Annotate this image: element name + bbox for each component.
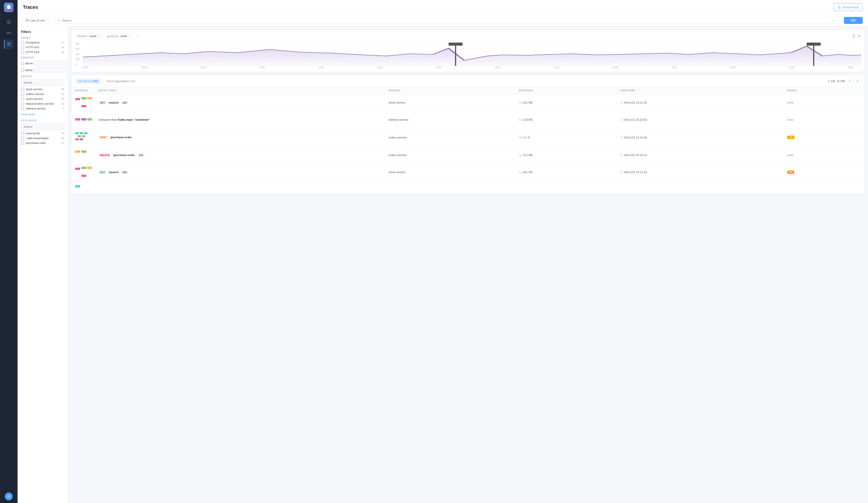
filter-users-service[interactable]: users-service 45	[21, 97, 64, 101]
svg-text:Mongo: Mongo	[76, 168, 79, 169]
filter-orders-service[interactable]: orders-service 54	[21, 92, 64, 96]
timestamp-cell-4: 04/11/21 15:10:14	[617, 147, 784, 164]
tab-all-traces-count: (196)	[92, 79, 98, 83]
duration-below-input[interactable]	[34, 67, 68, 73]
sidebar-item-traces[interactable]	[4, 40, 13, 49]
service-cell-5: stock-service	[385, 164, 516, 181]
filter-http4xx-checkbox[interactable]	[21, 46, 24, 49]
duration-below-checkbox[interactable]	[21, 69, 24, 72]
filter-well-known-jwks-checkbox[interactable]	[21, 137, 24, 140]
issues-cell-1: none	[784, 94, 864, 111]
graph-container: 800 600 400 200 0	[75, 42, 861, 69]
filter-exceptions[interactable]: Exceptions 57	[21, 41, 64, 44]
svg-text:Externa: Externa	[80, 139, 83, 140]
graph-upload-button[interactable]	[852, 34, 856, 38]
filter-purchase-order-count: 67	[61, 142, 64, 144]
avatar[interactable]: JL	[5, 492, 13, 500]
go-button[interactable]: GO	[844, 17, 863, 24]
filter-featured-items-service[interactable]: featured-items-service 13	[21, 102, 64, 105]
filter-http5xx-count: 42	[61, 51, 64, 54]
col-diagram: DIAGRAM	[72, 87, 95, 94]
col-issues: ISSUES	[784, 87, 864, 94]
svg-text:Microser: Microser	[82, 151, 86, 152]
show-graph-button[interactable]: Show Graph	[833, 3, 863, 11]
filter-well-known-jwks-label: /.well-knowm/jwks	[26, 137, 60, 140]
tab-trace-aggregation[interactable]: Trace Aggregation (12)	[103, 78, 138, 84]
svg-text:Sensor: Sensor	[76, 151, 79, 152]
logo[interactable]	[4, 3, 13, 12]
service-search-input[interactable]	[21, 79, 64, 86]
filter-http5xx[interactable]: HTTP 5XX 42	[21, 50, 64, 54]
svg-text:Manual: Manual	[82, 175, 85, 177]
http-route-search-input[interactable]	[21, 123, 64, 130]
filter-delivery-service-checkbox[interactable]	[21, 107, 24, 110]
svg-text:Mongo: Mongo	[76, 139, 79, 140]
main-content: Traces Show Graph Last 15 min. GO	[18, 0, 868, 503]
graph-close-button[interactable]	[858, 34, 861, 38]
filter-exceptions-label: Exceptions	[26, 41, 60, 44]
filter-stock-service-checkbox[interactable]	[21, 88, 24, 91]
table-row[interactable]: Mongo Kafka Microser	[72, 111, 864, 128]
svg-text:Mongo: Mongo	[76, 186, 79, 187]
filter-orders-service-checkbox[interactable]	[21, 93, 24, 96]
filter-delivery-service[interactable]: delivery-service 5	[21, 107, 64, 110]
filters-title: Filters	[21, 30, 64, 33]
duration-above-checkbox[interactable]	[21, 62, 24, 65]
filter-stock-service[interactable]: stock-service 65	[21, 88, 64, 91]
svg-line-76	[80, 168, 81, 169]
diagram-cell-5: Mongo Microser Lambda Manual	[72, 164, 95, 181]
table-row[interactable]: Sensor Microser DELETE /purchase-order	[72, 147, 864, 164]
filter-featured-items-service-checkbox[interactable]	[21, 102, 24, 105]
method-badge-5: GET	[99, 171, 106, 174]
service-cell-6	[385, 181, 516, 193]
table-row[interactable]: Mongo	[72, 181, 864, 193]
duration-cell-3: 2.1 S	[516, 128, 617, 147]
svg-text:Microser: Microser	[87, 119, 92, 120]
service-cell-2: delivery-service	[385, 111, 516, 128]
show-more-button[interactable]: show more	[21, 112, 35, 117]
graph-x-labels: 09:00 10:00 11:00 12:00 13:00 14:00 15:0…	[75, 66, 861, 69]
filter-http5xx-checkbox[interactable]	[21, 51, 24, 54]
service-section-label: SERVICE	[21, 75, 64, 78]
traces-table: DIAGRAM ENTRY POINT SERVICE DURATION TIM…	[72, 87, 864, 193]
duration-below-row: below ms	[21, 67, 64, 73]
entry-point-text-1: /search	[108, 101, 118, 104]
filter-purchase-order-checkbox[interactable]	[21, 142, 24, 144]
filter-http4xx[interactable]: HTTP 4XX 35	[21, 46, 64, 49]
tab-aggregation-count: (12)	[130, 79, 135, 83]
graph-actions	[852, 34, 861, 38]
duration-above-input[interactable]	[34, 61, 68, 66]
table-row[interactable]: SQS SQS SQS Microser Microser	[72, 128, 864, 147]
prev-page-button[interactable]	[847, 78, 853, 84]
svg-rect-1	[8, 43, 9, 44]
filter-user-verify[interactable]: /user/verify 75	[21, 132, 64, 135]
table-row[interactable]: Mongo Microser Lambda Manual	[72, 94, 864, 111]
function-dropdown[interactable]: function: count	[75, 33, 103, 39]
filter-exceptions-checkbox[interactable]	[21, 41, 24, 44]
pagination: 1-100 of 196	[828, 78, 861, 84]
filter-user-verify-checkbox[interactable]	[21, 132, 24, 135]
diagram-mini-2: Mongo Kafka Microser	[75, 114, 92, 125]
graph-more-button[interactable]: ···	[136, 34, 140, 38]
entry-point-text-5: /search	[108, 171, 118, 174]
function-key: function:	[77, 34, 88, 38]
svg-point-5	[58, 19, 60, 21]
next-page-button[interactable]	[855, 78, 861, 84]
time-filter-button[interactable]: Last 15 min.	[23, 17, 52, 24]
sidebar-item-home[interactable]	[4, 17, 13, 26]
groupby-dropdown[interactable]: group by: none	[105, 33, 133, 39]
method-badge-4: DELETE	[99, 153, 111, 157]
filter-users-service-checkbox[interactable]	[21, 98, 24, 101]
filter-delivery-service-count: 5	[63, 107, 64, 110]
diagram-cell-4: Sensor Microser	[72, 147, 95, 164]
sidebar-item-signals[interactable]	[4, 28, 13, 38]
groupby-key: group by:	[107, 34, 119, 38]
tab-all-traces[interactable]: All Traces (196)	[75, 78, 101, 84]
status-code-4: 200	[137, 154, 145, 157]
filter-purchase-order[interactable]: /purchase-order 67	[21, 141, 64, 144]
svg-text:Mongo: Mongo	[76, 119, 79, 120]
filter-well-known-jwks[interactable]: /.well-knowm/jwks 93	[21, 137, 64, 140]
filter-http5xx-label: HTTP 5XX	[26, 50, 60, 54]
table-row[interactable]: Mongo Microser Lambda Manual	[72, 164, 864, 181]
search-input[interactable]	[62, 19, 834, 22]
